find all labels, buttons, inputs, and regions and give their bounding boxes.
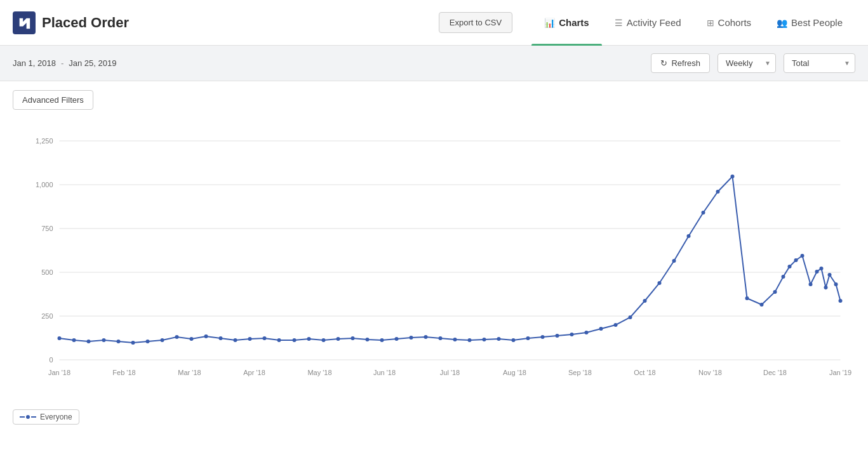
svg-point-76 xyxy=(788,265,792,268)
svg-point-52 xyxy=(453,338,457,341)
svg-text:May '18: May '18 xyxy=(307,369,331,376)
chart-legend: Everyone xyxy=(0,404,868,431)
svg-point-50 xyxy=(424,335,428,339)
page-title: Placed Order xyxy=(42,15,129,31)
svg-point-72 xyxy=(745,296,749,300)
svg-point-81 xyxy=(820,267,824,270)
metric-select[interactable]: Total Unique Percentage xyxy=(784,53,855,73)
date-end[interactable]: Jan 25, 2019 xyxy=(69,58,116,68)
app-logo xyxy=(13,11,36,34)
svg-text:Jul '18: Jul '18 xyxy=(440,369,460,376)
svg-point-75 xyxy=(782,275,785,279)
svg-text:1,250: 1,250 xyxy=(36,137,53,145)
logo-area: Placed Order xyxy=(13,11,129,34)
legend-everyone-label: Everyone xyxy=(40,413,72,421)
svg-point-42 xyxy=(307,337,311,341)
svg-text:Dec '18: Dec '18 xyxy=(763,369,787,376)
svg-point-29 xyxy=(117,340,121,343)
svg-point-49 xyxy=(410,336,413,340)
svg-point-74 xyxy=(773,290,777,294)
svg-point-65 xyxy=(643,299,647,303)
refresh-icon: ↻ xyxy=(660,58,667,68)
tab-best-people[interactable]: 👥 Best People xyxy=(764,0,855,46)
svg-point-83 xyxy=(828,273,832,277)
svg-point-85 xyxy=(839,299,843,303)
tab-charts[interactable]: 📊 Charts xyxy=(531,0,602,46)
svg-point-30 xyxy=(131,341,135,345)
refresh-button[interactable]: ↻ Refresh xyxy=(651,53,710,73)
svg-point-31 xyxy=(146,340,150,343)
date-range: Jan 1, 2018 - Jan 25, 2019 xyxy=(13,58,116,68)
svg-point-69 xyxy=(702,211,705,215)
svg-point-45 xyxy=(351,336,355,340)
svg-point-27 xyxy=(87,340,91,343)
svg-text:Jun '18: Jun '18 xyxy=(373,369,396,376)
bar-chart-icon: 📊 xyxy=(544,18,555,28)
table-icon: ⊞ xyxy=(707,18,714,28)
svg-point-51 xyxy=(439,336,443,340)
svg-point-44 xyxy=(337,337,340,341)
svg-point-56 xyxy=(512,338,516,342)
tab-cohorts[interactable]: ⊞ Cohorts xyxy=(694,0,765,46)
period-select-wrapper: Daily Weekly Monthly ▼ xyxy=(718,53,776,73)
svg-text:1,000: 1,000 xyxy=(36,181,53,188)
chart-toolbar: Jan 1, 2018 - Jan 25, 2019 ↻ Refresh Dai… xyxy=(0,46,868,81)
svg-point-77 xyxy=(794,258,798,262)
svg-point-60 xyxy=(570,333,574,336)
svg-text:750: 750 xyxy=(41,225,53,232)
svg-point-79 xyxy=(809,282,813,286)
svg-point-57 xyxy=(526,336,530,340)
svg-point-63 xyxy=(614,323,618,327)
svg-point-82 xyxy=(824,286,828,289)
svg-point-80 xyxy=(815,270,819,274)
svg-point-58 xyxy=(541,335,545,339)
svg-point-39 xyxy=(263,336,267,340)
legend-everyone[interactable]: Everyone xyxy=(13,409,79,425)
period-select[interactable]: Daily Weekly Monthly xyxy=(718,53,776,73)
metric-select-wrapper: Total Unique Percentage ▼ xyxy=(784,53,855,73)
svg-text:Jan '19: Jan '19 xyxy=(829,369,851,376)
svg-text:Oct '18: Oct '18 xyxy=(634,369,656,376)
svg-point-59 xyxy=(556,334,559,338)
export-csv-button[interactable]: Export to CSV xyxy=(439,12,512,33)
svg-point-34 xyxy=(190,337,194,341)
svg-text:Jan '18: Jan '18 xyxy=(48,369,70,376)
svg-point-38 xyxy=(248,337,252,341)
svg-point-70 xyxy=(716,190,720,194)
svg-point-25 xyxy=(58,336,62,340)
svg-point-67 xyxy=(672,259,676,263)
svg-point-61 xyxy=(585,331,589,334)
people-icon: 👥 xyxy=(777,18,787,28)
svg-point-43 xyxy=(322,338,326,342)
svg-text:Nov '18: Nov '18 xyxy=(698,369,722,376)
svg-point-84 xyxy=(834,282,838,286)
svg-point-41 xyxy=(293,338,297,342)
svg-point-47 xyxy=(380,338,384,342)
svg-point-54 xyxy=(483,338,486,341)
svg-point-64 xyxy=(629,315,632,319)
svg-point-78 xyxy=(801,254,805,258)
svg-point-55 xyxy=(497,337,501,341)
svg-point-66 xyxy=(658,281,662,285)
tab-activity-feed[interactable]: ☰ Activity Feed xyxy=(602,0,694,46)
svg-point-62 xyxy=(599,327,603,331)
chart-area: 0 250 500 750 1,000 1,250 Jan '18 Feb '1… xyxy=(0,112,868,404)
list-icon: ☰ xyxy=(615,18,623,28)
date-start[interactable]: Jan 1, 2018 xyxy=(13,58,56,68)
svg-point-36 xyxy=(219,336,223,340)
advanced-filters-button[interactable]: Advanced Filters xyxy=(13,90,93,110)
filters-bar: Advanced Filters xyxy=(0,81,868,112)
svg-text:Apr '18: Apr '18 xyxy=(243,369,265,376)
app-header: Placed Order Export to CSV 📊 Charts ☰ Ac… xyxy=(0,0,868,46)
svg-point-37 xyxy=(234,338,237,342)
main-nav: 📊 Charts ☰ Activity Feed ⊞ Cohorts 👥 Bes… xyxy=(531,0,855,45)
svg-point-40 xyxy=(277,338,281,342)
svg-point-46 xyxy=(366,338,370,341)
svg-text:Aug '18: Aug '18 xyxy=(503,369,526,376)
svg-text:Feb '18: Feb '18 xyxy=(112,369,135,376)
svg-point-48 xyxy=(395,337,399,341)
svg-point-68 xyxy=(687,234,691,238)
date-separator: - xyxy=(61,58,63,68)
svg-point-33 xyxy=(175,335,179,339)
svg-text:0: 0 xyxy=(49,356,53,364)
